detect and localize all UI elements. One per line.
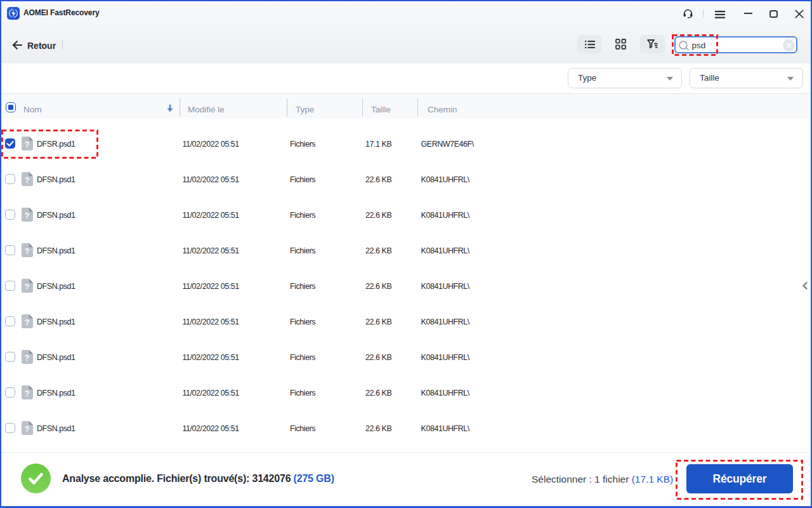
svg-text:?: ? [25, 318, 30, 327]
svg-text:?: ? [25, 389, 30, 398]
svg-text:?: ? [25, 283, 30, 291]
svg-text:?: ? [25, 247, 30, 256]
svg-text:?: ? [25, 425, 30, 434]
svg-text:?: ? [25, 211, 30, 220]
svg-text:?: ? [25, 354, 30, 363]
svg-text:?: ? [25, 176, 30, 185]
